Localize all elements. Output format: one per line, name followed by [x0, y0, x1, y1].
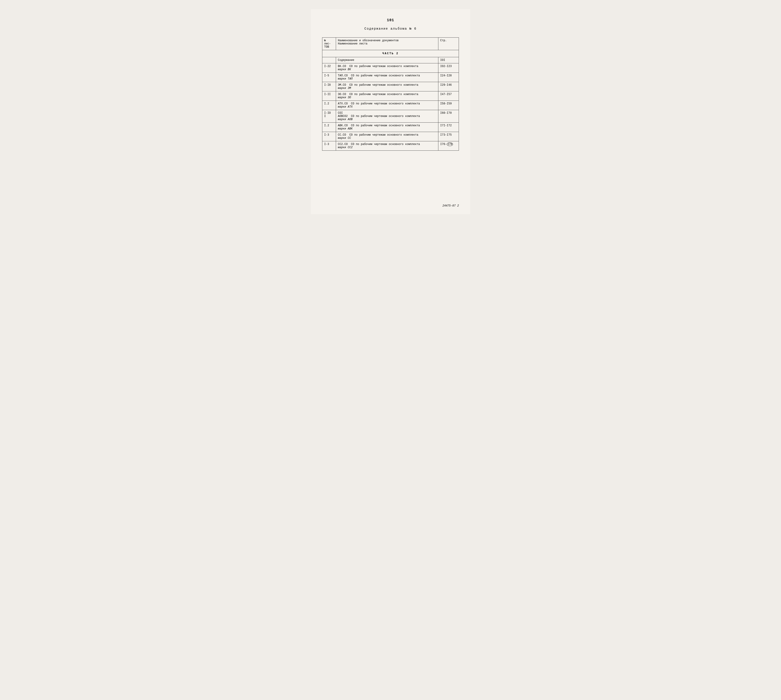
section-title-cell: ЧАСТЬ 2: [322, 50, 459, 57]
row-num: I-IO I: [322, 110, 336, 123]
row-page: I24-I28: [438, 73, 459, 82]
row-num: I-3: [322, 141, 336, 151]
table-row: I-IO I СОI АОВСО2 СО по рабочим чертежам…: [322, 110, 459, 123]
row-num: I.2: [322, 101, 336, 110]
page-number: 101: [322, 18, 459, 22]
table-row: I-3 СС.СО СО по рабочим чертежам основно…: [322, 132, 459, 141]
col-header-page: Стр.: [438, 38, 459, 50]
row-page: I60-I70: [438, 110, 459, 123]
row-description: СС2.СО СО по рабочим чертежам основного …: [336, 141, 438, 151]
row-description: АТХ.СО СО по рабочим чертежам основного …: [336, 101, 438, 110]
table-row: I.2 АВК.СО СО по рабочим чертежам основн…: [322, 123, 459, 132]
table-row: I-3 СС2.СО СО по рабочим чертежам основн…: [322, 141, 459, 151]
page: 101 Содержание альбома № 6 № лис- ТОВ На…: [311, 9, 470, 214]
row-description: Содержание: [336, 57, 438, 63]
table-row: I.2 АТХ.СО СО по рабочим чертежам основн…: [322, 101, 459, 110]
row-description: ЭМ.СО СО по рабочим чертежам основного к…: [336, 82, 438, 92]
row-num: I.2: [322, 123, 336, 132]
table-row: I-22 ВК.СО СО по рабочим чертежам основн…: [322, 63, 459, 73]
row-page: I47-I57: [438, 92, 459, 101]
footer-text: 24475-07 2: [442, 204, 459, 207]
row-num: [322, 57, 336, 63]
table-header: № лис- ТОВ Наименование и обозначение до…: [322, 38, 459, 50]
row-page: I58-I59: [438, 101, 459, 110]
row-page: IO2-I23: [438, 63, 459, 73]
row-description: ТАП.СО СО по рабочим чертежам основного …: [336, 73, 438, 82]
row-num: I-3: [322, 132, 336, 141]
col-header-name: Наименование и обозначение документов На…: [336, 38, 438, 50]
col-header-num: № лис- ТОВ: [322, 38, 336, 50]
section-title-row: ЧАСТЬ 2: [322, 50, 459, 57]
table-row: I-I8 ЭМ.СО СО по рабочим чертежам основн…: [322, 82, 459, 92]
row-num: I-22: [322, 63, 336, 73]
row-num: I-5: [322, 73, 336, 82]
row-num: I-I8: [322, 82, 336, 92]
row-page: I76-I78: [438, 141, 459, 151]
row-description: ВК.СО СО по рабочим чертежам основного к…: [336, 63, 438, 73]
table-row: I-5 ТАП.СО СО по рабочим чертежам основн…: [322, 73, 459, 82]
row-description: ЗО.СО СО по рабочим чертежам основного к…: [336, 92, 438, 101]
row-description: СС.СО СО по рабочим чертежам основного к…: [336, 132, 438, 141]
row-description: СОI АОВСО2 СО по рабочим чертежам основн…: [336, 110, 438, 123]
row-num: I-II: [322, 92, 336, 101]
row-page: I73-I75: [438, 132, 459, 141]
table-row: I-II ЗО.СО СО по рабочим чертежам основн…: [322, 92, 459, 101]
row-page: IOI: [438, 57, 459, 63]
page-title: Содержание альбома № 6: [322, 27, 459, 30]
row-page: I7I-I72: [438, 123, 459, 132]
main-table: № лис- ТОВ Наименование и обозначение до…: [322, 37, 459, 151]
row-description: АВК.СО СО по рабочим чертежам основного …: [336, 123, 438, 132]
table-row: Содержание IOI: [322, 57, 459, 63]
row-page: I29-I46: [438, 82, 459, 92]
